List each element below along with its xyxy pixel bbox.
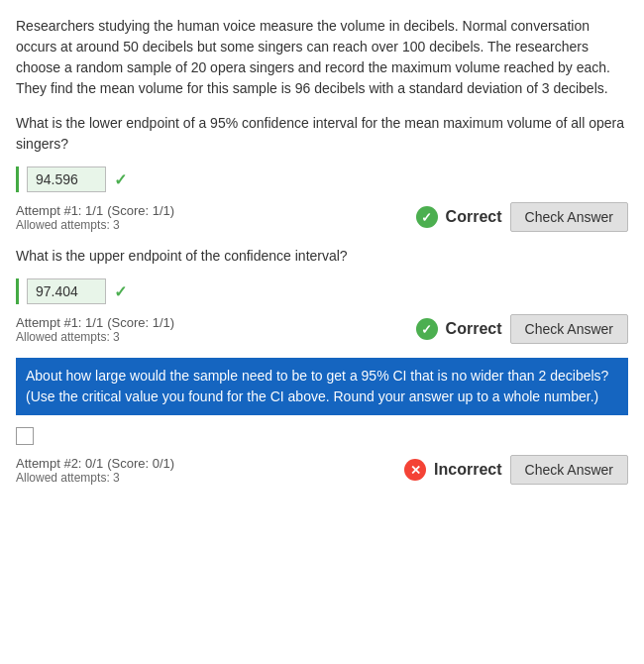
answer2-value: 97.404 [27, 278, 106, 304]
incorrect-icon-3: ✕ [404, 459, 426, 481]
correct-label-1: Correct [446, 208, 502, 226]
attempt1-line: Attempt #1: 1/1 (Score: 1/1) [16, 203, 174, 218]
question1-text: What is the lower endpoint of a 95% conf… [16, 113, 628, 155]
answer3-checkbox[interactable] [16, 427, 34, 445]
attempt2-label: Attempt #1: 1/1 [16, 315, 103, 330]
attempt2-left: Attempt #1: 1/1 (Score: 1/1) Allowed att… [16, 315, 174, 344]
attempt1-row: Attempt #1: 1/1 (Score: 1/1) Allowed att… [16, 202, 628, 232]
incorrect-label-3: Incorrect [434, 461, 501, 479]
attempt3-allowed: Allowed attempts: 3 [16, 471, 174, 485]
answer2-row: 97.404 ✓ [16, 278, 628, 304]
answer1-row: 94.596 ✓ [16, 166, 628, 192]
attempt2-line: Attempt #1: 1/1 (Score: 1/1) [16, 315, 174, 330]
attempt1-score: (Score: 1/1) [107, 203, 174, 218]
check-answer-btn-1[interactable]: Check Answer [510, 202, 628, 232]
question2-text: What is the upper endpoint of the confid… [16, 246, 628, 267]
attempt2-row: Attempt #1: 1/1 (Score: 1/1) Allowed att… [16, 314, 628, 344]
question3-text: About how large would the sample need to… [26, 368, 608, 404]
attempt1-result-area: ✓ Correct Check Answer [416, 202, 628, 232]
check-answer-btn-2[interactable]: Check Answer [510, 314, 628, 344]
intro-text: Researchers studying the human voice mea… [16, 16, 628, 99]
attempt3-score: (Score: 0/1) [107, 456, 174, 471]
attempt2-result-area: ✓ Correct Check Answer [416, 314, 628, 344]
correct-icon-2: ✓ [416, 318, 438, 340]
correct-icon-1: ✓ [416, 206, 438, 228]
attempt3-label: Attempt #2: 0/1 [16, 456, 103, 471]
attempt3-left: Attempt #2: 0/1 (Score: 0/1) Allowed att… [16, 456, 174, 485]
attempt2-score: (Score: 1/1) [107, 315, 174, 330]
attempt1-left: Attempt #1: 1/1 (Score: 1/1) Allowed att… [16, 203, 174, 232]
answer1-value: 94.596 [27, 166, 106, 192]
attempt1-allowed: Allowed attempts: 3 [16, 218, 174, 232]
attempt3-row: Attempt #2: 0/1 (Score: 0/1) Allowed att… [16, 455, 628, 485]
question3-highlighted: About how large would the sample need to… [16, 358, 628, 415]
check-answer-btn-3[interactable]: Check Answer [510, 455, 628, 485]
attempt3-result-area: ✕ Incorrect Check Answer [404, 455, 628, 485]
attempt3-line: Attempt #2: 0/1 (Score: 0/1) [16, 456, 174, 471]
answer1-checkmark: ✓ [114, 170, 127, 189]
attempt2-allowed: Allowed attempts: 3 [16, 330, 174, 344]
answer2-checkmark: ✓ [114, 282, 127, 301]
attempt1-label: Attempt #1: 1/1 [16, 203, 103, 218]
correct-label-2: Correct [446, 320, 502, 338]
